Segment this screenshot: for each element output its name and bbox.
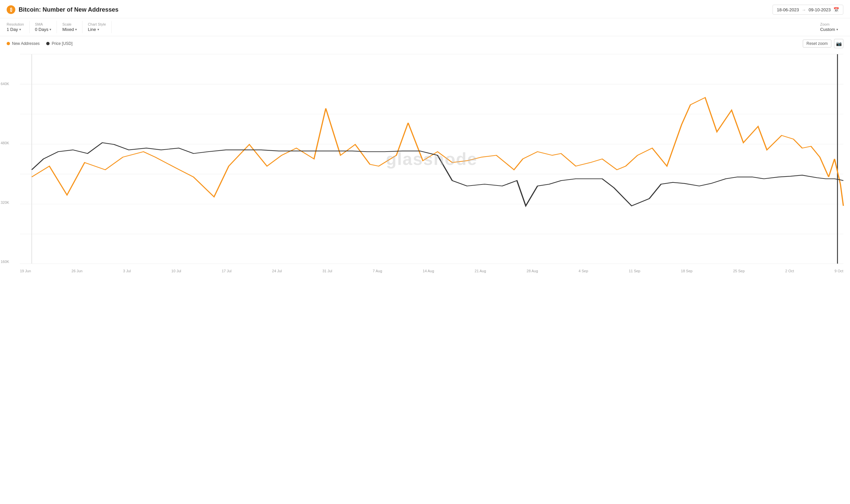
chart-svg xyxy=(20,54,843,264)
date-range-picker[interactable]: 18-06-2023 → 09-10-2023 📅 xyxy=(773,5,843,15)
toolbar: Resolution 1 Day ▾ SMA 0 Days ▾ Scale Mi… xyxy=(0,18,850,36)
chart-actions: Reset zoom 📷 xyxy=(803,39,843,48)
legend-price-label: Price [USD] xyxy=(52,41,72,46)
x-label-25sep: 25 Sep xyxy=(733,269,745,273)
zoom-selector[interactable]: Zoom Custom ▾ xyxy=(815,21,843,33)
page-header: ₿ Bitcoin: Number of New Addresses 18-06… xyxy=(0,0,850,18)
x-label-10jul: 10 Jul xyxy=(171,269,181,273)
chart-area: glassnode xyxy=(20,54,843,264)
legend-dot-orange xyxy=(7,42,10,45)
legend-new-addresses: New Addresses xyxy=(7,41,39,46)
x-label-31jul: 31 Jul xyxy=(322,269,332,273)
x-label-17jul: 17 Jul xyxy=(222,269,231,273)
scale-label: Scale xyxy=(62,22,77,26)
x-label-19jun: 19 Jun xyxy=(20,269,31,273)
sma-chevron: ▾ xyxy=(50,28,51,31)
x-label-7aug: 7 Aug xyxy=(373,269,382,273)
x-label-4sep: 4 Sep xyxy=(579,269,588,273)
chart-style-value: Line ▾ xyxy=(88,27,106,32)
chart-container: glassnode xyxy=(0,51,850,277)
x-label-14aug: 14 Aug xyxy=(423,269,434,273)
x-label-11sep: 11 Sep xyxy=(629,269,640,273)
y-label-640k: 640K xyxy=(1,82,9,86)
resolution-label: Resolution xyxy=(7,22,24,26)
x-label-28aug: 28 Aug xyxy=(527,269,538,273)
sma-value: 0 Days ▾ xyxy=(35,27,51,32)
chart-style-chevron: ▾ xyxy=(98,28,99,31)
zoom-value: Custom ▾ xyxy=(820,27,838,32)
resolution-value: 1 Day ▾ xyxy=(7,27,24,32)
x-label-21aug: 21 Aug xyxy=(475,269,486,273)
reset-zoom-button[interactable]: Reset zoom xyxy=(803,39,831,48)
legend-price: Price [USD] xyxy=(46,41,72,46)
x-label-2oct: 2 Oct xyxy=(785,269,794,273)
date-end: 09-10-2023 xyxy=(809,7,831,12)
title-area: ₿ Bitcoin: Number of New Addresses xyxy=(7,5,118,14)
calendar-icon: 📅 xyxy=(833,7,839,12)
date-start: 18-06-2023 xyxy=(777,7,799,12)
y-label-480k: 480K xyxy=(1,141,9,145)
page-title: Bitcoin: Number of New Addresses xyxy=(19,6,118,13)
legend-bar: New Addresses Price [USD] Reset zoom 📷 xyxy=(0,36,850,51)
zoom-label: Zoom xyxy=(820,22,838,26)
x-label-3jul: 3 Jul xyxy=(123,269,131,273)
bitcoin-icon: ₿ xyxy=(7,5,15,14)
screenshot-button[interactable]: 📷 xyxy=(834,39,843,48)
chart-style-label: Chart Style xyxy=(88,22,106,26)
sma-label: SMA xyxy=(35,22,51,26)
x-label-26jun: 26 Jun xyxy=(71,269,83,273)
y-label-160k: 160K xyxy=(1,260,9,264)
chart-style-selector[interactable]: Chart Style Line ▾ xyxy=(83,21,111,33)
y-label-320k: 320K xyxy=(1,200,9,204)
sma-selector[interactable]: SMA 0 Days ▾ xyxy=(30,21,57,33)
resolution-selector[interactable]: Resolution 1 Day ▾ xyxy=(7,21,30,33)
zoom-chevron: ▾ xyxy=(836,28,838,31)
legend-new-addresses-label: New Addresses xyxy=(12,41,39,46)
x-label-9oct: 9 Oct xyxy=(835,269,843,273)
date-separator: → xyxy=(802,7,806,12)
x-label-18sep: 18 Sep xyxy=(681,269,693,273)
scale-selector[interactable]: Scale Mixed ▾ xyxy=(57,21,83,33)
new-addresses-line xyxy=(32,97,843,206)
legend-dot-black xyxy=(46,42,50,45)
resolution-chevron: ▾ xyxy=(19,28,21,31)
x-label-24jul: 24 Jul xyxy=(272,269,282,273)
scale-value: Mixed ▾ xyxy=(62,27,77,32)
legend-items: New Addresses Price [USD] xyxy=(7,41,72,46)
scale-chevron: ▾ xyxy=(75,28,77,31)
